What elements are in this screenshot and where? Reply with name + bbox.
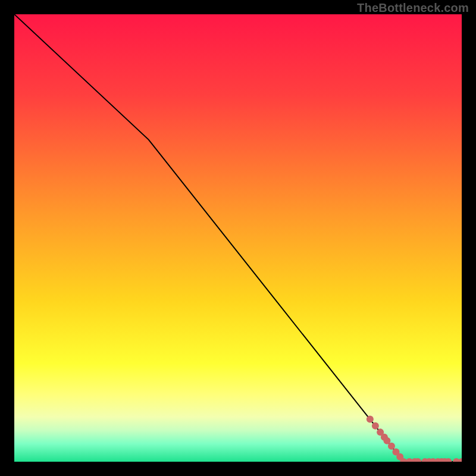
chart-background [14, 14, 462, 462]
chart-svg [14, 14, 462, 462]
chart-point [367, 416, 374, 423]
chart-point [372, 422, 379, 430]
watermark-text: TheBottleneck.com [357, 1, 469, 15]
chart-point [388, 443, 395, 450]
chart-stage: TheBottleneck.com [0, 0, 476, 476]
